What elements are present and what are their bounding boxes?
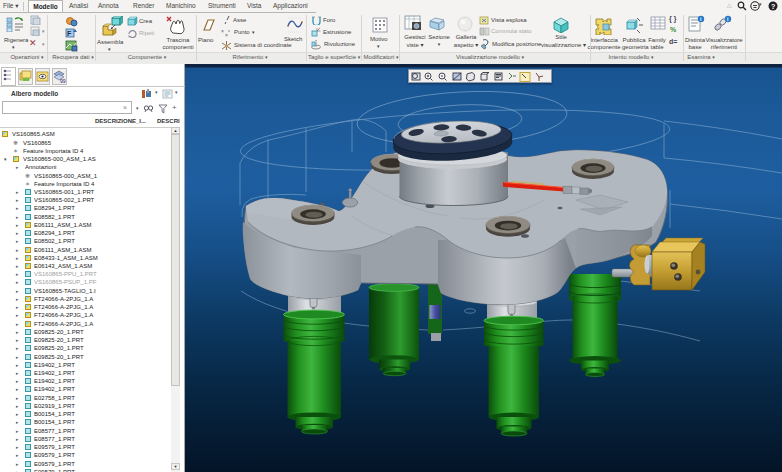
svg-text:?: ? — [771, 3, 775, 10]
svg-text:F: F — [67, 30, 72, 37]
svg-text:x: x — [228, 28, 230, 33]
svg-text:×: × — [221, 28, 224, 34]
svg-text:%: % — [670, 26, 677, 33]
svg-text:99: 99 — [60, 78, 66, 84]
